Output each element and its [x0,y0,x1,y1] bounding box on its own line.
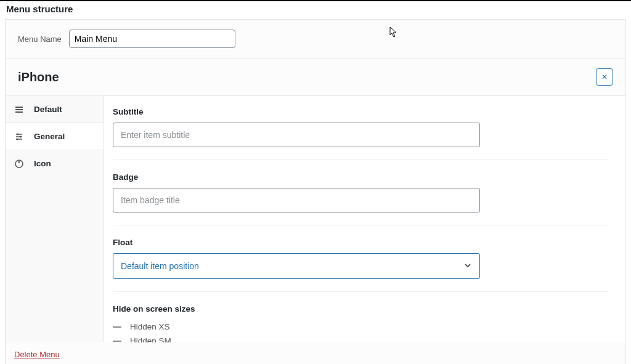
badge-label: Badge [113,172,608,182]
float-select[interactable]: Default item position [113,253,480,279]
tab-default[interactable]: Default [6,96,104,123]
subtitle-label: Subtitle [113,107,608,116]
menu-icon [14,105,24,114]
item-header: iPhone ✕ [5,59,626,96]
tab-label: Icon [34,159,51,168]
float-label: Float [113,238,608,247]
close-button[interactable]: ✕ [596,68,613,86]
svg-point-4 [18,161,20,163]
tab-general[interactable]: General [6,123,104,150]
tabs-column: Default General Icon [6,96,104,342]
panel-title: Menu structure [0,1,631,17]
badge-field: Badge [113,172,608,225]
chevron-down-icon [463,261,472,272]
menu-name-label: Menu Name [18,34,62,44]
dash-icon [113,341,121,342]
menu-name-row: Menu Name [5,19,626,59]
dash-icon [113,326,121,328]
delete-menu-link[interactable]: Delete Menu [14,350,60,359]
tab-label: Default [34,105,62,114]
float-field: Float Default item position [113,238,608,292]
svg-point-0 [17,133,19,135]
svg-point-2 [17,138,18,140]
tab-icon[interactable]: Icon [6,150,104,177]
menu-name-input[interactable] [69,30,235,48]
hide-sizes-label: Hide on screen sizes [113,304,608,313]
item-title: iPhone [18,70,59,84]
footer: Delete Menu [5,342,626,364]
content-column[interactable]: Subtitle Badge Float Default item positi… [104,96,625,342]
tab-label: General [34,132,65,141]
hide-option-sm[interactable]: Hidden SM [113,334,608,342]
hide-option-label: Hidden XS [130,322,170,331]
palette-icon [14,160,24,168]
close-icon: ✕ [601,73,608,81]
subtitle-field: Subtitle [113,107,608,160]
hide-option-label: Hidden SM [130,336,171,342]
editor-body: Default General Icon Subtitle Bad [5,96,626,342]
badge-input[interactable] [113,188,480,212]
hide-sizes-field: Hide on screen sizes Hidden XS Hidden SM… [113,304,608,342]
subtitle-input[interactable] [113,123,480,147]
hide-option-xs[interactable]: Hidden XS [113,320,608,334]
svg-point-1 [20,135,22,137]
float-selected-value: Default item position [121,261,199,271]
sliders-icon [14,132,24,141]
